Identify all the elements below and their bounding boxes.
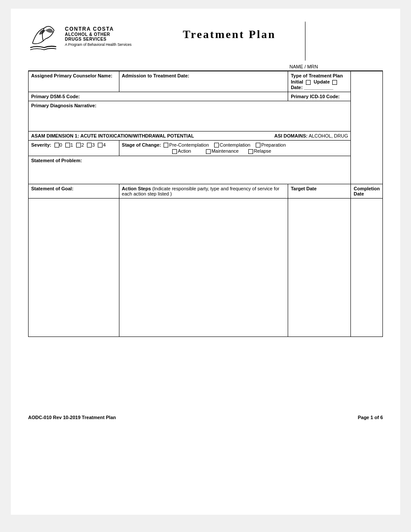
- asi-text: ALCOHOL, DRUG: [308, 133, 348, 138]
- action-col-header: Action Steps: [122, 186, 151, 191]
- dsm-label: Primary DSM-5 Code:: [31, 94, 80, 99]
- type-update-label: Update: [314, 79, 330, 84]
- asi-label: ASI DOMAINS:: [274, 133, 308, 138]
- stage-preparation: Preparation: [256, 142, 286, 148]
- type-update-checkbox: [332, 80, 337, 85]
- problem-label: Statement of Problem:: [31, 158, 82, 163]
- org-logo: [28, 22, 61, 56]
- admission-label: Admission to Treatment Date:: [122, 73, 189, 78]
- icd-label: Primary ICD-10 Code:: [291, 94, 340, 99]
- counselor-label: Assigned Primary Counselor Name:: [31, 73, 112, 78]
- stage-action: Action: [172, 148, 191, 154]
- diagnosis-label: Primary Diagnosis Narrative:: [31, 103, 96, 108]
- type-date-label: Date: ___________: [291, 85, 333, 90]
- page: CONTRA COSTA ALCOHOL & OTHER DRUGS SERVI…: [11, 9, 400, 515]
- stage-relapse: Relapse: [248, 148, 271, 154]
- org-name: CONTRA COSTA: [65, 26, 132, 32]
- completion-date-col-header: Completion Date: [353, 186, 380, 196]
- goal-col-header: Statement of Goal:: [31, 186, 74, 191]
- type-initial-label: Initial: [291, 79, 303, 84]
- asam-dimension-text: ACUTE INTOXICATION/WITHDRAWAL POTENTIAL: [80, 133, 194, 138]
- org-sub2: DRUGS SERVICES: [65, 37, 132, 42]
- type-label: Type of Treatment Plan: [291, 73, 348, 78]
- footer-left: AODC-010 Rev 10-2019 Treatment Plan: [28, 415, 116, 420]
- severity-options: 0 1 2 3 4: [55, 142, 106, 147]
- org-sub1: ALCOHOL & OTHER: [65, 32, 132, 37]
- footer-right: Page 1 of 6: [358, 415, 383, 420]
- stage-maintenance: Maintenance: [206, 148, 239, 154]
- severity-label: Severity:: [31, 142, 51, 147]
- name-mrn-label: NAME / MRN: [289, 64, 318, 69]
- stage-pre-contemplation: Pre-Contemplation: [164, 142, 209, 148]
- org-program: A Program of Behavioral Health Services: [65, 42, 132, 47]
- asam-dimension-label: ASAM DIMENSION 1:: [31, 133, 79, 138]
- type-initial-checkbox: [306, 80, 311, 85]
- page-title: Treatment Plan: [183, 28, 276, 41]
- stage-label: Stage of Change:: [122, 142, 161, 147]
- target-date-col-header: Target Date: [291, 186, 317, 191]
- stage-contemplation: Contemplation: [214, 142, 250, 148]
